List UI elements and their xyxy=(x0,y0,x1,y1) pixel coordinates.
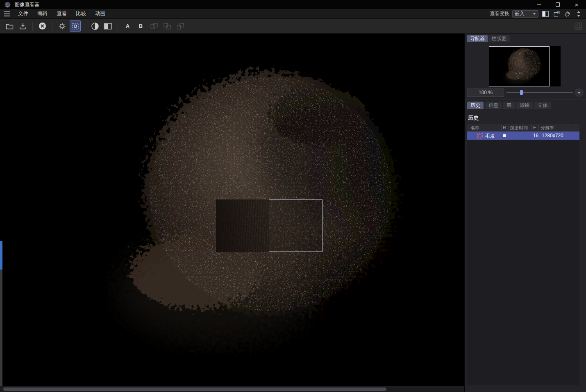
zoom-preset-dropdown[interactable] xyxy=(575,88,584,97)
tab-info-label: 信息 xyxy=(488,102,498,109)
stop-render-button[interactable] xyxy=(37,20,48,32)
column-f[interactable]: F xyxy=(533,125,536,130)
scroll-arrows-icon[interactable] xyxy=(575,10,583,18)
toolbar: A B xyxy=(0,19,586,34)
panel-divider xyxy=(465,99,586,100)
open-file-button[interactable] xyxy=(4,20,15,32)
menu-compare[interactable]: 比较 xyxy=(71,9,91,19)
tab-history[interactable]: 历史 xyxy=(467,102,484,109)
tab-histogram-label: 柱状图 xyxy=(492,35,507,42)
horizontal-scrollbar[interactable] xyxy=(0,386,464,392)
embed-dropdown[interactable]: 嵌入 xyxy=(512,10,538,18)
column-separator xyxy=(531,125,531,131)
zoom-slider[interactable] xyxy=(507,88,573,97)
hand-pan-icon[interactable] xyxy=(563,10,572,18)
interactive-region-button[interactable] xyxy=(70,20,81,32)
menubar: 文件 编辑 查看 比较 动画 查看变换 嵌入 xyxy=(0,9,586,19)
right-panel: 导航器 柱状图 100 % 历史 信息 层 滤镜 立体 历史 xyxy=(464,34,586,392)
tab-stereo-label: 立体 xyxy=(538,102,547,109)
chevron-down-icon xyxy=(533,13,536,15)
zoom-slider-handle[interactable] xyxy=(520,90,523,95)
history-row-selected[interactable]: 毛发 16 1280x720 xyxy=(467,131,579,140)
close-icon: × xyxy=(575,2,579,8)
menu-view[interactable]: 查看 xyxy=(52,9,71,19)
background-window-sliver xyxy=(0,270,2,388)
embed-dropdown-value: 嵌入 xyxy=(515,10,525,17)
history-row-radio[interactable] xyxy=(503,134,506,137)
copy-a-button xyxy=(161,20,173,32)
history-row-resolution: 1280x720 xyxy=(542,133,563,138)
interactive-region-rect[interactable] xyxy=(269,199,323,252)
navigator-strip xyxy=(489,46,561,86)
render-viewport[interactable] xyxy=(0,34,464,392)
hamburger-menu-icon[interactable] xyxy=(0,11,14,16)
swap-ab-button xyxy=(148,20,159,32)
save-image-button[interactable] xyxy=(17,20,28,32)
multipass-grid-icon xyxy=(572,20,584,32)
rendered-image-canvas xyxy=(3,59,457,358)
column-separator xyxy=(568,125,568,131)
tab-history-label: 历史 xyxy=(470,102,480,109)
zoom-value-field[interactable]: 100 % xyxy=(467,88,504,97)
toolbar-separator xyxy=(32,22,33,31)
tab-histogram[interactable]: 柱状图 xyxy=(488,35,510,42)
history-list-area xyxy=(467,131,579,385)
copy-b-button xyxy=(175,20,186,32)
compare-b-label: B xyxy=(139,23,143,29)
render-bucket-region xyxy=(216,199,269,252)
tab-stereo[interactable]: 立体 xyxy=(534,102,551,109)
tab-filter[interactable]: 滤镜 xyxy=(516,102,533,109)
compare-a-label: A xyxy=(126,23,129,29)
render-settings-button[interactable] xyxy=(57,20,68,32)
menu-edit[interactable]: 编辑 xyxy=(33,9,52,19)
tab-layer[interactable]: 层 xyxy=(503,102,515,109)
window-title: 图像查看器 xyxy=(15,1,39,8)
column-rendertime[interactable]: 渲染时间 xyxy=(510,125,528,131)
menu-animation[interactable]: 动画 xyxy=(91,9,110,19)
minimize-icon xyxy=(537,5,541,5)
maximize-icon xyxy=(556,2,560,7)
history-row-rendertime: 16 xyxy=(529,133,538,138)
column-resolution[interactable]: 分辨率 xyxy=(541,125,554,131)
titlebar: 图像查看器 × xyxy=(0,0,586,9)
maximize-button[interactable] xyxy=(548,0,567,9)
compare-a-button[interactable]: A xyxy=(122,20,133,32)
view-transform-label: 查看变换 xyxy=(490,10,509,17)
tab-info[interactable]: 信息 xyxy=(485,102,502,109)
history-table-header: 名称 R 渲染时间 F 分辨率 xyxy=(467,124,579,131)
render-region-icon xyxy=(477,133,483,140)
tab-layer-label: 层 xyxy=(507,102,511,109)
navigator-view-frame[interactable] xyxy=(489,46,550,86)
zoom-value-text: 100 % xyxy=(479,90,493,95)
navigator-thumbnail xyxy=(489,47,549,86)
compare-b-button[interactable]: B xyxy=(135,20,146,32)
app-icon xyxy=(3,0,11,9)
contrast-compare-button[interactable] xyxy=(89,20,100,32)
close-button[interactable]: × xyxy=(567,0,586,9)
background-window-sliver xyxy=(0,241,2,270)
tab-navigator[interactable]: 导航器 xyxy=(467,35,488,42)
tab-filter-label: 滤镜 xyxy=(520,102,529,109)
menu-file[interactable]: 文件 xyxy=(14,9,33,19)
column-separator xyxy=(538,125,539,131)
minimize-button[interactable] xyxy=(529,0,548,9)
column-separator xyxy=(508,125,509,131)
toolbar-separator xyxy=(52,22,52,31)
ab-split-button[interactable] xyxy=(102,20,114,32)
column-r[interactable]: R xyxy=(503,125,506,130)
chevron-down-icon xyxy=(577,92,581,94)
column-separator xyxy=(501,125,502,131)
zoom-slider-track[interactable] xyxy=(507,92,573,93)
external-window-icon[interactable] xyxy=(552,10,561,18)
tab-navigator-label: 导航器 xyxy=(470,35,485,42)
toolbar-separator xyxy=(85,22,85,31)
toolbar-separator xyxy=(118,22,118,31)
history-row-name: 毛发 xyxy=(485,133,495,140)
column-name[interactable]: 名称 xyxy=(470,125,479,131)
history-section-title: 历史 xyxy=(468,114,479,122)
split-panel-icon[interactable] xyxy=(541,10,550,18)
horizontal-scrollbar-thumb[interactable] xyxy=(3,387,386,391)
